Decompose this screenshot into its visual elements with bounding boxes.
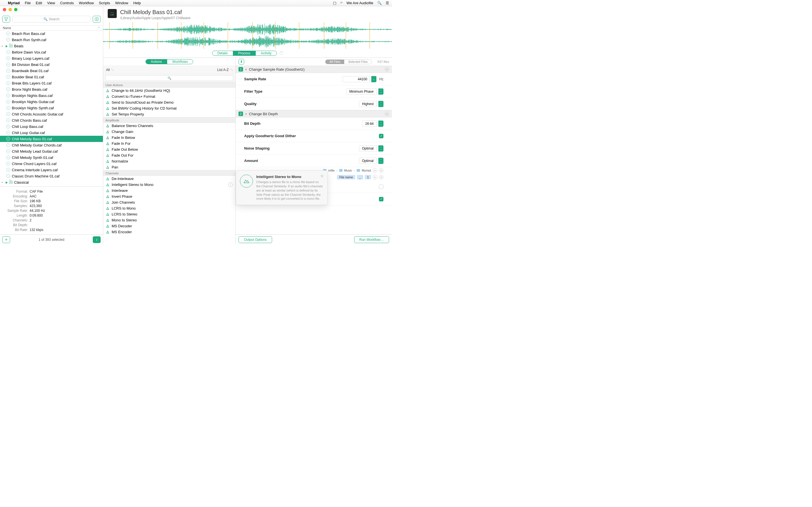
file-row[interactable]: Beach Run Synth.caf — [0, 37, 103, 43]
action-row[interactable]: Fade In Fori — [103, 140, 236, 147]
action-row[interactable]: De-Interleavei — [103, 176, 236, 182]
checkbox[interactable] — [379, 184, 384, 189]
file-row[interactable]: Chill Melody Lead Guitar.caf — [0, 148, 103, 154]
menu-file[interactable]: File — [25, 1, 31, 5]
action-row[interactable]: Change to 44.1kHz (Goodhertz HQ)i — [103, 88, 236, 94]
scope-all-files[interactable]: All Files — [325, 60, 344, 64]
action-row[interactable]: Normalizei — [103, 158, 236, 164]
file-row[interactable]: Chill Melody Guitar Chords.caf — [0, 142, 103, 148]
file-row[interactable]: Bronx Night Beats.caf — [0, 86, 103, 93]
filename-token[interactable]: 1 — [365, 175, 371, 179]
favorite-star-icon[interactable]: ☆ — [320, 173, 324, 178]
file-row[interactable]: Chill Loop Bass.caf — [0, 123, 103, 129]
filename-token[interactable]: File name — [337, 175, 355, 179]
action-row[interactable]: Fade In Belowi — [103, 135, 236, 140]
file-row[interactable]: Before Dawn Vox.caf — [0, 49, 103, 55]
file-row[interactable]: Brooklyn Nights Guitar.caf — [0, 99, 103, 105]
action-row[interactable]: Intelligent Stereo to Monoi — [103, 182, 236, 187]
airplay-icon[interactable]: ▢ — [333, 1, 336, 5]
file-row[interactable]: Break Bits Layers 01.caf — [0, 80, 103, 86]
edit-path-icon[interactable]: ≡ — [373, 168, 377, 173]
remove-tokens-icon[interactable]: ✕ — [379, 175, 384, 179]
file-row[interactable]: Chill Melody Bass 01.caf — [0, 136, 103, 142]
dropdown-arrows-icon[interactable] — [378, 89, 384, 95]
stepper-icon[interactable]: ⌄ — [371, 76, 376, 82]
filter-button[interactable] — [2, 16, 10, 22]
file-row[interactable]: Chime Chord Layers 01.caf — [0, 161, 103, 167]
file-row[interactable]: Brooklyn Nights Synth.caf — [0, 105, 103, 111]
wifi-icon[interactable]: ⌔ — [340, 1, 343, 5]
disclosure-icon[interactable]: ▾ — [245, 112, 247, 115]
menu-scripts[interactable]: Scripts — [99, 1, 110, 5]
remove-step-icon[interactable]: ✕ — [385, 67, 389, 71]
checkbox[interactable]: ✓ — [379, 134, 384, 138]
action-row[interactable]: Invert Phasei — [103, 193, 236, 200]
import-workflow-button[interactable]: ⬇ — [239, 59, 244, 64]
dropdown[interactable]: Highest — [359, 101, 377, 107]
file-row[interactable]: Chill Chords Bass.caf — [0, 117, 103, 123]
action-row[interactable]: Set Tempo Propertyi — [103, 111, 236, 117]
action-row[interactable]: Mono to Stereoi — [103, 217, 236, 223]
file-row[interactable]: Chill Loop Guitar.caf — [0, 129, 103, 136]
action-list[interactable]: User ActionsChange to 44.1kHz (Goodhertz… — [103, 82, 236, 244]
file-row[interactable]: Binary Loop Layers.caf — [0, 55, 103, 61]
step-header[interactable]: 2▾Change Bit Depth✕ — [236, 110, 392, 117]
file-row[interactable]: Boulder Beat 01.caf — [0, 74, 103, 80]
menu-help[interactable]: Help — [133, 1, 141, 5]
action-row[interactable]: Send to SoundCloud as Private Demoi — [103, 100, 236, 105]
dropdown-arrows-icon[interactable] — [378, 158, 384, 164]
tab-activity[interactable]: Activity — [255, 51, 276, 55]
action-row[interactable]: Fade Out Belowi — [103, 147, 236, 152]
action-row[interactable]: Fade Out Fori — [103, 152, 236, 158]
close-window[interactable] — [3, 8, 6, 11]
action-row[interactable]: Balance Stereo Channelsi — [103, 123, 236, 129]
info-icon[interactable]: i — [228, 182, 233, 187]
menubar-app-text[interactable]: We Are Audiofile — [347, 1, 373, 5]
file-row[interactable]: Classic Drum Machine 01.caf — [0, 173, 103, 179]
file-row[interactable]: Cinema Interlude Layers.caf — [0, 167, 103, 173]
folder-row[interactable]: ▶Classical — [0, 179, 103, 185]
file-row[interactable]: Boardwalk Beat 01.caf — [0, 68, 103, 74]
action-row[interactable]: Set BWAV Coding History for CD formati — [103, 105, 236, 111]
search-field[interactable]: 🔍Search — [12, 16, 91, 22]
columns-button[interactable] — [93, 16, 101, 22]
action-row[interactable]: MS Encoderi — [103, 229, 236, 235]
menu-extras-icon[interactable]: ☰ — [386, 1, 389, 5]
menu-workflow[interactable]: Workflow — [79, 1, 94, 5]
output-options-button[interactable]: Output Options — [239, 236, 272, 243]
tab-actions[interactable]: Actions — [146, 59, 167, 64]
menu-edit[interactable]: Edit — [36, 1, 42, 5]
step-header[interactable]: 1▾Change Sample Rate (Goodhertz)✕ — [236, 66, 392, 73]
file-row[interactable]: Bit Division Beat 01.caf — [0, 61, 103, 68]
run-workflow-button[interactable]: Run Workflow… — [354, 236, 389, 243]
disclosure-icon[interactable]: ▾ — [245, 68, 247, 71]
file-row[interactable]: Chill Melody Synth 01.caf — [0, 154, 103, 161]
disclosure-icon[interactable] — [2, 181, 4, 184]
action-row[interactable]: Join Channelsi — [103, 200, 236, 205]
menu-view[interactable]: View — [47, 1, 55, 5]
tab-workflows[interactable]: Workflows — [167, 59, 193, 64]
column-header[interactable]: Name⌃ — [0, 25, 103, 31]
filename-token[interactable]: _ — [357, 175, 363, 179]
play-folder-icon[interactable]: ▶ — [6, 181, 8, 184]
zoom-window[interactable] — [14, 8, 17, 11]
file-row[interactable]: Brooklyn Nights Bass.caf — [0, 93, 103, 99]
dropdown-arrows-icon[interactable] — [378, 101, 384, 107]
remove-step-icon[interactable]: ✕ — [385, 112, 389, 116]
file-row[interactable]: Beach Run Bass.caf — [0, 31, 103, 37]
action-row[interactable]: LCRS to Stereoi — [103, 211, 236, 217]
spotlight-icon[interactable]: 🔍 — [377, 1, 382, 5]
dropdown[interactable]: Minimum Phase — [346, 89, 377, 95]
breadcrumb-item[interactable]: Music — [344, 169, 352, 172]
dropdown[interactable]: Optimal — [359, 145, 377, 152]
actions-category-select[interactable]: All — [106, 68, 114, 72]
dropdown-arrows-icon[interactable] — [378, 145, 384, 152]
file-row[interactable]: Chill Chords Acoustic Guitar.caf — [0, 111, 103, 117]
action-row[interactable]: MS Decoderi — [103, 223, 236, 229]
scope-selected-files[interactable]: Selected Files — [344, 60, 371, 64]
file-list[interactable]: Beach Run Bass.cafBeach Run Synth.caf▶Be… — [0, 31, 103, 186]
disclosure-icon[interactable] — [2, 45, 4, 47]
dropdown[interactable]: 16-bit — [362, 121, 377, 127]
checkbox[interactable]: ✓ — [379, 197, 384, 202]
number-field[interactable]: 44100 — [343, 76, 370, 82]
